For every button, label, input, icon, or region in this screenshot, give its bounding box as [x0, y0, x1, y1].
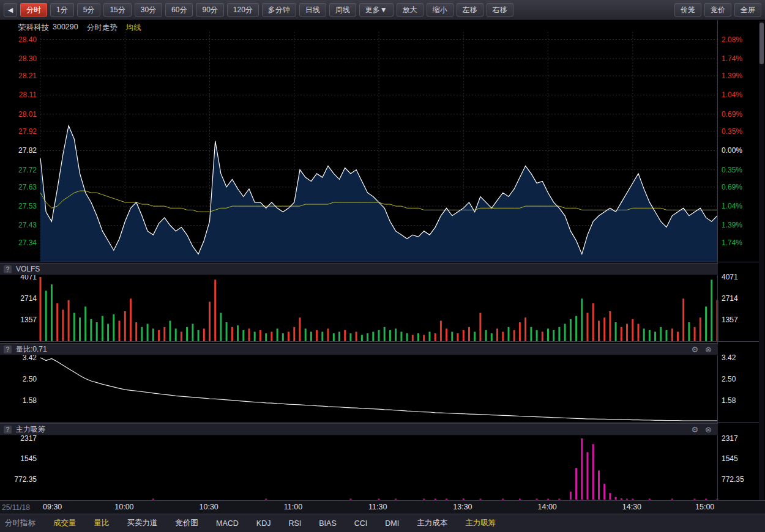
period-button-右移[interactable]: 右移: [487, 3, 513, 17]
period-button-30分[interactable]: 30分: [135, 3, 162, 17]
scrollbar-track[interactable]: [759, 21, 764, 500]
scrollbar-thumb[interactable]: [759, 23, 764, 64]
volume-axis-label: 2714: [0, 294, 37, 303]
liangbi-panel-header: ? 量比:0.71 ⚙ ⊗: [0, 343, 718, 355]
help-icon[interactable]: ?: [4, 426, 12, 434]
zhuli-axis-label: 2317: [722, 434, 757, 443]
indicator-tab-买卖力道[interactable]: 买卖力道: [127, 518, 158, 528]
percent-axis-label: 1.39%: [722, 71, 757, 81]
percent-axis-label: 1.74%: [722, 54, 757, 64]
gear-icon[interactable]: ⚙: [691, 345, 698, 354]
percent-axis-label: 1.39%: [722, 220, 757, 230]
help-icon[interactable]: ?: [4, 265, 12, 273]
liangbi-panel-actions: ⚙ ⊗: [691, 345, 714, 354]
indicator-tab-主力成本[interactable]: 主力成本: [417, 518, 447, 528]
period-button-60分[interactable]: 60分: [165, 3, 193, 17]
period-button-放大[interactable]: 放大: [397, 3, 424, 17]
period-button-分时[interactable]: 分时: [20, 3, 47, 17]
chart-title: 荣科科技 300290 分时走势 均线: [18, 23, 141, 33]
zhuli-panel-title: 主力吸筹: [16, 424, 45, 435]
time-axis-label: 14:00: [538, 503, 557, 511]
toolbar-button-价笼[interactable]: 价笼: [674, 3, 701, 17]
percent-axis-label: 0.35%: [722, 165, 757, 175]
zhuli-axis-label: 772.35: [722, 475, 757, 484]
period-button-周线[interactable]: 周线: [329, 3, 356, 17]
percent-axis-label: 1.04%: [722, 90, 757, 100]
help-icon[interactable]: ?: [4, 345, 12, 353]
overlay-ma-label[interactable]: 均线: [126, 23, 141, 33]
volume-panel-title: VOLFS: [16, 265, 40, 273]
percent-axis-label: 1.74%: [722, 238, 757, 248]
back-icon[interactable]: ◀: [4, 3, 17, 17]
indicator-tab-竞价图[interactable]: 竞价图: [176, 518, 199, 528]
indicator-tab-主力吸筹[interactable]: 主力吸筹: [465, 518, 496, 528]
zhuli-axis-label: 1545: [0, 454, 37, 464]
toolbar: ◀ 分时1分5分15分30分60分90分120分多分钟日线周线更多▼放大缩小左移…: [0, 0, 765, 20]
period-button-15分[interactable]: 15分: [103, 3, 131, 17]
indicator-tab-CCI[interactable]: CCI: [354, 519, 368, 528]
period-button-120分[interactable]: 120分: [227, 3, 259, 17]
trading-app-window: ◀ 分时1分5分15分30分60分90分120分多分钟日线周线更多▼放大缩小左移…: [0, 0, 765, 532]
time-axis-label: 14:30: [622, 503, 641, 511]
period-button-多分钟[interactable]: 多分钟: [262, 3, 296, 17]
indicator-tab-成交量[interactable]: 成交量: [53, 518, 76, 528]
indicator-tab-KDJ[interactable]: KDJ: [256, 519, 271, 528]
gear-icon[interactable]: ⚙: [691, 425, 698, 434]
stock-name: 荣科科技: [18, 23, 49, 33]
chart-type-label: 分时走势: [87, 23, 118, 33]
period-button-90分[interactable]: 90分: [196, 3, 223, 17]
volume-axis-label: 2714: [722, 294, 757, 303]
period-button-更多▼[interactable]: 更多▼: [359, 3, 394, 17]
price-axis-label: 27.43: [0, 220, 37, 230]
percent-axis-label: 0.35%: [722, 127, 757, 136]
zhuli-panel-actions: ⚙ ⊗: [691, 425, 714, 434]
volume-axis-label: 1357: [722, 315, 757, 325]
time-axis-label: 13:30: [453, 503, 472, 511]
price-axis-label: 28.30: [0, 54, 37, 64]
toolbar-button-竞价[interactable]: 竞价: [704, 3, 731, 17]
period-button-1分[interactable]: 1分: [50, 3, 74, 17]
price-axis-label: 28.01: [0, 109, 37, 119]
period-button-左移[interactable]: 左移: [457, 3, 483, 17]
time-axis-label: 09:30: [43, 503, 62, 511]
liangbi-axis-label: 2.50: [722, 374, 757, 384]
stock-code: 300290: [53, 23, 78, 33]
price-axis-label: 27.72: [0, 165, 37, 175]
price-axis-label: 28.11: [0, 90, 37, 100]
time-axis-label: 10:00: [114, 503, 133, 511]
zhuli-axis-label: 1545: [722, 454, 757, 464]
zhuli-axis-label: 772.35: [0, 475, 37, 484]
toolbar-button-全屏[interactable]: 全屏: [734, 3, 761, 17]
time-axis-label: 15:00: [695, 503, 714, 511]
date-label: 25/11/18: [2, 503, 30, 512]
toolbar-right-group: 价笼竞价全屏: [674, 3, 761, 17]
indicator-tab-DMI[interactable]: DMI: [385, 519, 399, 528]
time-axis-label: 10:30: [200, 503, 218, 511]
time-axis-label: 11:00: [284, 503, 302, 511]
indicator-tab-RSI[interactable]: RSI: [288, 519, 301, 528]
period-button-日线[interactable]: 日线: [299, 3, 326, 17]
close-icon[interactable]: ⊗: [705, 345, 712, 354]
indicator-tab-MACD[interactable]: MACD: [216, 519, 239, 528]
liangbi-axis-label: 3.42: [722, 353, 757, 363]
close-icon[interactable]: ⊗: [705, 425, 712, 434]
percent-axis-label: 0.69%: [722, 109, 757, 119]
indicator-tab-量比[interactable]: 量比: [94, 518, 110, 528]
period-button-缩小[interactable]: 缩小: [427, 3, 453, 17]
zhuli-panel-header: ? 主力吸筹 ⚙ ⊗: [0, 423, 718, 435]
percent-axis-label: 0.00%: [722, 146, 757, 155]
price-axis-label: 28.21: [0, 71, 37, 81]
price-axis-label: 27.63: [0, 182, 37, 192]
percent-axis-label: 0.69%: [722, 182, 757, 192]
price-axis-label: 27.34: [0, 238, 37, 248]
liangbi-axis-label: 1.58: [0, 396, 37, 405]
indicator-tab-BIAS[interactable]: BIAS: [319, 519, 337, 528]
price-axis-label: 27.92: [0, 127, 37, 136]
price-axis-label: 28.40: [0, 35, 37, 45]
period-button-5分[interactable]: 5分: [77, 3, 101, 17]
volume-panel-header: ? VOLFS: [0, 263, 718, 275]
percent-axis-label: 1.04%: [722, 201, 757, 211]
volume-axis-label: 1357: [0, 315, 37, 325]
liangbi-axis-label: 2.50: [0, 374, 37, 384]
volume-axis-label: 4071: [722, 272, 757, 282]
